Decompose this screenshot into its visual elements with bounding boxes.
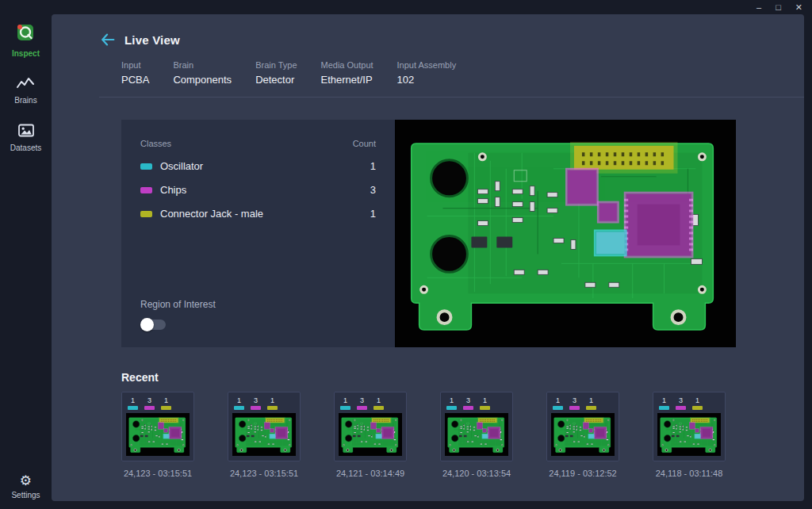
sidebar-item-label: Inspect [12, 49, 40, 58]
main-panel: Live View Input PCBA Brain Components Br… [52, 14, 804, 501]
info-field-input-assembly: Input Assembly 102 [397, 60, 457, 86]
class-count-badge: 3 [676, 396, 686, 410]
region-of-interest-label: Region of Interest [140, 299, 376, 310]
thumbnail-caption: 24,121 - 03:14:49 [329, 469, 412, 478]
class-color-swatch [140, 187, 152, 193]
pcb-thumbnail-image [657, 413, 721, 456]
thumbnail-caption: 24,123 - 03:15:51 [117, 469, 199, 478]
info-label: Brain [173, 60, 232, 70]
class-count-badge: 3 [251, 396, 261, 410]
class-color-chip [267, 406, 278, 410]
class-count: 1 [370, 208, 376, 220]
class-color-swatch [140, 163, 152, 170]
recent-thumbnail[interactable]: 1 3 1 24,121 - 03:14:49 [334, 392, 407, 478]
class-color-chip [480, 406, 490, 410]
sidebar-item-datasets[interactable]: Datasets [10, 124, 41, 152]
recent-thumbnail[interactable]: 1 3 1 24,120 - 03:13:54 [440, 392, 513, 478]
sidebar-item-brains[interactable]: Brains [14, 77, 36, 105]
class-count-badge: 1 [161, 396, 171, 410]
info-field-brain: Brain Components [173, 60, 232, 86]
class-count-badge: 1 [267, 396, 278, 410]
class-color-chip [446, 406, 457, 410]
class-count-badge: 1 [373, 396, 384, 410]
thumbnail-caption: 24,118 - 03:11:48 [648, 469, 730, 478]
page-title: Live View [124, 33, 180, 47]
info-value: 102 [397, 74, 457, 86]
class-row-oscillator: Oscillator 1 [140, 160, 376, 172]
recent-thumbnails: 1 3 1 24,123 - 03:15:51 [121, 392, 736, 478]
close-button[interactable]: ✕ [795, 3, 802, 12]
class-count: 3 [370, 184, 376, 196]
minimize-button[interactable]: – [756, 3, 761, 12]
class-count-badge: 1 [446, 396, 457, 410]
class-count-badge: 1 [234, 396, 244, 410]
class-color-chip [463, 406, 473, 410]
thumbnail-caption: 24,123 - 03:15:51 [223, 469, 305, 478]
pcb-thumbnail-image [232, 413, 296, 456]
region-of-interest-block: Region of Interest [140, 299, 376, 330]
live-view-section: Classes Count Oscillator 1 Chips 3 [121, 120, 736, 347]
sidebar-item-settings[interactable]: ⚙ Settings [11, 474, 40, 499]
class-row-chips: Chips 3 [140, 184, 376, 196]
gear-icon: ⚙ [20, 474, 32, 488]
class-count-badge: 1 [553, 396, 563, 410]
recent-thumbnail[interactable]: 1 3 1 24,119 - 03:12:52 [546, 392, 619, 478]
class-name: Chips [160, 184, 186, 196]
thumbnail-caption: 24,119 - 03:12:52 [542, 469, 624, 478]
info-label: Media Output [321, 60, 373, 70]
class-color-chip [357, 406, 367, 410]
class-count-badge: 3 [463, 396, 473, 410]
recent-thumbnail[interactable]: 1 3 1 24,123 - 03:15:51 [228, 392, 301, 478]
class-color-chip [373, 406, 384, 410]
class-color-chip [234, 406, 244, 410]
region-of-interest-toggle[interactable] [142, 320, 166, 330]
sidebar-item-label: Settings [11, 491, 40, 499]
classes-column-header: Classes [140, 139, 171, 148]
recent-heading: Recent [121, 371, 736, 384]
info-value: Detector [255, 74, 297, 86]
class-name: Oscillator [160, 160, 203, 172]
window-titlebar: – □ ✕ [0, 0, 812, 14]
info-field-media-output: Media Output Ethernet/IP [321, 60, 373, 86]
brain-info-row: Input PCBA Brain Components Brain Type D… [99, 60, 804, 86]
live-view-header: Live View Input PCBA Brain Components Br… [52, 14, 804, 98]
info-label: Input [121, 60, 149, 70]
count-column-header: Count [353, 139, 376, 148]
class-color-chip [692, 406, 703, 410]
thumbnail-caption: 24,120 - 03:13:54 [435, 469, 518, 478]
pcb-thumbnail-image [445, 413, 508, 456]
inspect-logo-icon [15, 22, 36, 46]
class-count-badge: 1 [340, 396, 350, 410]
class-count-badge: 3 [144, 396, 155, 410]
pcb-image [395, 120, 736, 347]
class-color-chip [340, 406, 350, 410]
class-color-chip [569, 406, 580, 410]
sidebar-item-inspect[interactable]: Inspect [12, 22, 40, 58]
back-arrow-icon [99, 31, 117, 48]
toggle-knob [140, 318, 154, 331]
pcb-thumbnail-image [551, 413, 615, 456]
class-name: Connector Jack - male [160, 208, 263, 220]
class-color-chip [586, 406, 596, 410]
class-row-connector-jack-male: Connector Jack - male 1 [140, 208, 376, 220]
recent-thumbnail[interactable]: 1 3 1 24,123 - 03:15:51 [121, 392, 194, 478]
class-count-badge: 3 [569, 396, 580, 410]
maximize-button[interactable]: □ [776, 3, 781, 12]
recent-thumbnail[interactable]: 1 3 1 24,118 - 03:11:48 [653, 392, 726, 478]
sidebar-item-label: Brains [14, 96, 36, 105]
class-count-badge: 1 [480, 396, 490, 410]
class-count-badge: 1 [692, 396, 703, 410]
class-color-chip [553, 406, 563, 410]
class-count: 1 [370, 160, 376, 172]
line-chart-icon [17, 77, 34, 93]
info-field-input: Input PCBA [121, 60, 149, 86]
pcb-thumbnail-image [339, 413, 402, 456]
back-button[interactable] [99, 31, 117, 48]
info-value: Ethernet/IP [321, 74, 373, 86]
info-field-brain-type: Brain Type Detector [255, 60, 297, 86]
classes-panel: Classes Count Oscillator 1 Chips 3 [121, 120, 395, 347]
recent-section: Recent 1 3 1 [121, 371, 736, 478]
class-color-chip [659, 406, 669, 410]
class-color-chip [128, 406, 138, 410]
app-window: – □ ✕ Inspect [0, 0, 812, 509]
